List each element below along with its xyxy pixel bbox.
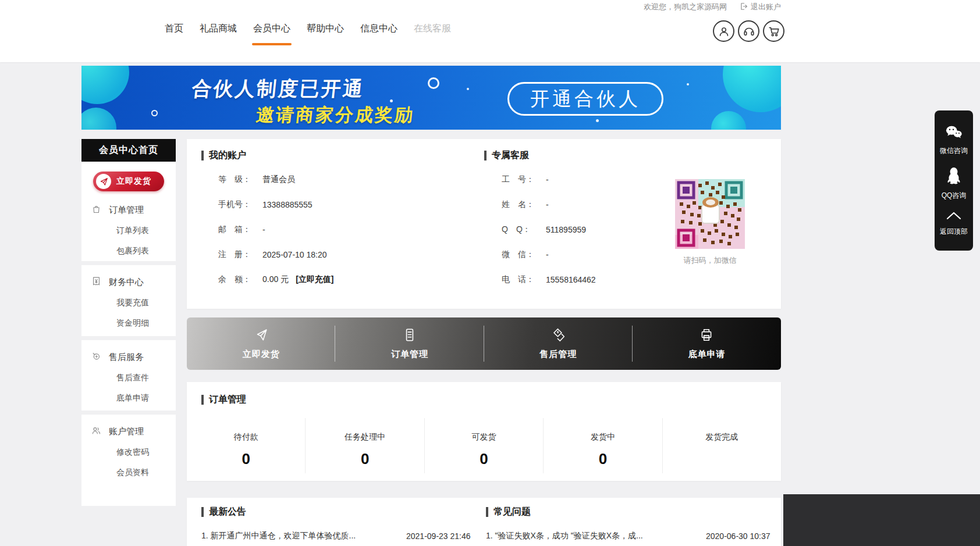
user-icon[interactable] xyxy=(713,20,734,42)
sidebar-group-orders[interactable]: 订单管理 xyxy=(81,204,176,216)
sidebar-block-aftersale: 售后服务 售后查件 底单申请 xyxy=(81,340,176,411)
nav-item-help-center[interactable]: 帮助中心 xyxy=(307,23,344,37)
sidebar-item-member-profile[interactable]: 会员资料 xyxy=(81,468,176,478)
qq-icon xyxy=(946,167,961,187)
sidebar-item-fund-detail[interactable]: 资金明细 xyxy=(81,318,176,329)
headset-icon[interactable] xyxy=(738,20,759,42)
wechat-icon xyxy=(945,124,963,142)
announcements-section: 最新公告 1. 新开通广州中通仓，欢迎下单体验优质... 2021-09-23 … xyxy=(201,506,475,541)
my-account-section: 我的账户 等 级： 普通会员 手机号： 13388885555 邮 箱： - 注… xyxy=(201,149,469,292)
quick-action-ship[interactable]: 立即发货 xyxy=(187,317,335,370)
wechat-consult-button[interactable]: 微信咨询 xyxy=(940,124,968,156)
list-icon xyxy=(402,327,417,345)
sidebar-item-package-list[interactable]: 包裹列表 xyxy=(81,246,176,256)
logout-icon xyxy=(740,2,748,12)
banner-decoration xyxy=(390,99,393,102)
quick-action-receipt[interactable]: 底单申请 xyxy=(633,317,781,370)
sidebar-item-change-password[interactable]: 修改密码 xyxy=(81,447,176,458)
quick-action-orders[interactable]: 订单管理 xyxy=(335,317,484,370)
title-marker xyxy=(201,151,204,160)
announcements-title: 最新公告 xyxy=(201,506,475,518)
my-account-title: 我的账户 xyxy=(201,149,469,162)
banner-decoration xyxy=(687,83,689,85)
nav-item-online-service[interactable]: 在线客服 xyxy=(414,23,451,37)
stat-ready-to-ship[interactable]: 可发货 0 xyxy=(425,418,544,473)
qq-consult-button[interactable]: QQ咨询 xyxy=(942,167,967,201)
back-to-top-button[interactable]: 返回顶部 xyxy=(940,211,968,237)
account-row-phone: 手机号： 13388885555 xyxy=(218,192,469,217)
header-icons xyxy=(713,20,784,42)
faq-section: 常见问题 1. "验证失败X条，成功 "验证失败X条，成... 2020-06-… xyxy=(486,506,771,541)
cart-icon[interactable] xyxy=(763,20,784,42)
sidebar-group-account[interactable]: 账户管理 xyxy=(81,426,176,437)
sidebar-group-label: 财务中心 xyxy=(109,277,144,288)
logout-button[interactable]: 退出账户 xyxy=(740,2,781,12)
sidebar-item-receipt-request[interactable]: 底单申请 xyxy=(81,393,176,404)
stat-pending-payment[interactable]: 待付款 0 xyxy=(187,418,306,473)
banner-decoration xyxy=(596,119,599,122)
sidebar-group-label: 售后服务 xyxy=(109,352,144,363)
title-marker xyxy=(486,507,488,517)
news-card: 最新公告 1. 新开通广州中通仓，欢迎下单体验优质... 2021-09-23 … xyxy=(187,498,781,546)
printer-icon xyxy=(699,327,714,345)
banner-subline: 邀请商家分成奖励 xyxy=(255,103,416,127)
account-row-registered: 注 册： 2025-07-10 18:20 xyxy=(218,242,469,267)
title-marker xyxy=(201,507,204,517)
service-row-name: 姓 名： - xyxy=(502,192,676,217)
stat-shipping[interactable]: 发货中 0 xyxy=(544,418,662,473)
sidebar-item-aftersale-track[interactable]: 售后查件 xyxy=(81,373,176,383)
account-icon xyxy=(91,426,101,437)
sidebar-item-order-list[interactable]: 订单列表 xyxy=(81,226,176,236)
account-row-balance: 余 额： 0.00 元 [立即充值] xyxy=(218,267,469,292)
dedicated-service-section: 专属客服 工 号： - 姓 名： - Q Q： 511895959 微 信： - xyxy=(484,149,676,292)
sidebar-group-label: 账户管理 xyxy=(109,426,144,437)
faq-item: 1. "验证失败X条，成功 "验证失败X条，成... 2020-06-30 10… xyxy=(486,531,771,541)
stat-completed[interactable]: 发货完成 xyxy=(663,418,781,473)
faq-link[interactable]: 1. "验证失败X条，成功 "验证失败X条，成... xyxy=(486,531,706,541)
account-row-email: 邮 箱： - xyxy=(218,217,469,242)
wechat-qr-area: 请扫码，加微信 xyxy=(675,179,745,266)
quick-action-aftersale[interactable]: 售后管理 xyxy=(484,317,633,370)
sidebar-group-label: 订单管理 xyxy=(109,205,144,216)
sidebar-group-aftersale[interactable]: 售后服务 xyxy=(81,351,176,363)
sidebar-block-account: 账户管理 修改密码 会员资料 xyxy=(81,415,176,506)
announcement-date: 2021-09-23 21:46 xyxy=(406,531,471,541)
banner-decoration xyxy=(81,66,129,104)
nav-item-home[interactable]: 首页 xyxy=(165,23,183,37)
banner-decoration xyxy=(467,88,469,90)
order-stats-row: 待付款 0 任务处理中 0 可发货 0 发货中 0 发货完成 xyxy=(187,418,781,473)
sidebar-item-recharge[interactable]: 我要充值 xyxy=(81,298,176,308)
send-icon xyxy=(254,327,269,345)
title-marker xyxy=(201,395,204,405)
account-rows: 等 级： 普通会员 手机号： 13388885555 邮 箱： - 注 册： 2… xyxy=(218,167,469,292)
aftersale-icon xyxy=(91,351,101,363)
title-marker xyxy=(484,151,487,160)
orders-icon xyxy=(91,204,101,216)
nav-item-member-center[interactable]: 会员中心 xyxy=(253,23,290,37)
quick-action-bar: 立即发货 订单管理 售后管理 底单申请 xyxy=(187,317,781,370)
stat-task-processing[interactable]: 任务处理中 0 xyxy=(306,418,424,473)
nav-item-gift-mall[interactable]: 礼品商城 xyxy=(200,23,237,37)
qr-code xyxy=(675,179,745,249)
service-row-qq: Q Q： 511895959 xyxy=(502,217,676,242)
announcement-link[interactable]: 1. 新开通广州中通仓，欢迎下单体验优质... xyxy=(201,531,406,541)
service-rows: 工 号： - 姓 名： - Q Q： 511895959 微 信： - 电 话： xyxy=(502,167,676,292)
finance-icon xyxy=(91,276,101,288)
nav-item-info-center[interactable]: 信息中心 xyxy=(360,23,397,37)
ship-now-label: 立即发货 xyxy=(116,176,151,187)
faq-date: 2020-06-30 10:37 xyxy=(706,531,770,541)
site-header: 欢迎您，狗凯之家源码网 退出账户 首页 礼品商城 会员中心 帮助中心 信息中心 … xyxy=(0,0,980,62)
ticket-icon xyxy=(551,327,566,345)
partner-banner: 合伙人制度已开通 邀请商家分成奖励 开通合伙人 xyxy=(81,66,781,130)
service-row-wechat: 微 信： - xyxy=(502,242,676,267)
logout-label: 退出账户 xyxy=(751,2,781,12)
qr-caption: 请扫码，加微信 xyxy=(675,255,745,266)
open-partner-button[interactable]: 开通合伙人 xyxy=(507,82,663,116)
account-row-level: 等 级： 普通会员 xyxy=(218,167,469,192)
sidebar-group-finance[interactable]: 财务中心 xyxy=(81,276,176,288)
main-nav: 首页 礼品商城 会员中心 帮助中心 信息中心 在线客服 xyxy=(165,23,451,37)
banner-decoration xyxy=(151,110,158,116)
ship-now-button[interactable]: 立即发货 xyxy=(93,172,164,191)
recharge-now-link[interactable]: [立即充值] xyxy=(296,274,333,285)
account-card: 我的账户 等 级： 普通会员 手机号： 13388885555 邮 箱： - 注… xyxy=(187,139,781,309)
